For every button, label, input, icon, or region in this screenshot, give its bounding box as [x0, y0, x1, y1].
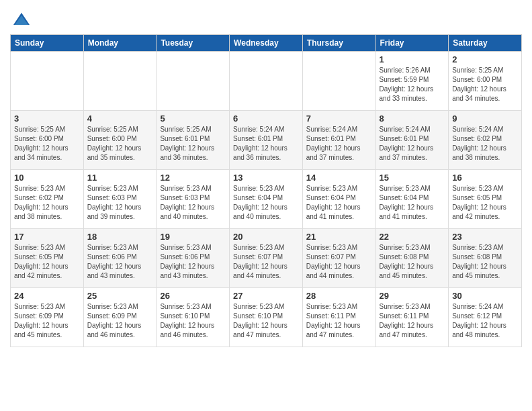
calendar-cell: 11Sunrise: 5:23 AM Sunset: 6:03 PM Dayli…	[83, 170, 157, 229]
day-info: Sunrise: 5:25 AM Sunset: 6:00 PM Dayligh…	[87, 125, 153, 163]
day-info: Sunrise: 5:23 AM Sunset: 6:07 PM Dayligh…	[306, 243, 372, 281]
day-number: 2	[452, 54, 518, 64]
day-info: Sunrise: 5:23 AM Sunset: 6:03 PM Dayligh…	[160, 184, 226, 222]
calendar-cell: 20Sunrise: 5:23 AM Sunset: 6:07 PM Dayli…	[230, 229, 303, 288]
day-info: Sunrise: 5:23 AM Sunset: 6:02 PM Dayligh…	[14, 184, 80, 222]
calendar-cell: 17Sunrise: 5:23 AM Sunset: 6:05 PM Dayli…	[11, 229, 84, 288]
day-info: Sunrise: 5:23 AM Sunset: 6:04 PM Dayligh…	[233, 184, 299, 222]
calendar-cell: 15Sunrise: 5:23 AM Sunset: 6:04 PM Dayli…	[375, 170, 449, 229]
day-number: 17	[14, 232, 80, 242]
weekday-header-sunday: Sunday	[11, 35, 84, 52]
day-info: Sunrise: 5:25 AM Sunset: 6:00 PM Dayligh…	[452, 66, 518, 103]
page-header	[10, 7, 522, 29]
day-info: Sunrise: 5:23 AM Sunset: 6:04 PM Dayligh…	[380, 184, 445, 222]
day-number: 19	[160, 232, 226, 242]
calendar-cell	[230, 52, 303, 111]
day-number: 27	[233, 291, 299, 301]
calendar-week-row: 1Sunrise: 5:26 AM Sunset: 5:59 PM Daylig…	[11, 52, 522, 111]
calendar-cell: 9Sunrise: 5:24 AM Sunset: 6:02 PM Daylig…	[449, 111, 522, 170]
weekday-header-thursday: Thursday	[302, 35, 375, 52]
calendar-header-row: SundayMondayTuesdayWednesdayThursdayFrid…	[11, 35, 522, 52]
day-number: 13	[233, 173, 299, 183]
day-info: Sunrise: 5:24 AM Sunset: 6:02 PM Dayligh…	[452, 125, 518, 163]
calendar-cell	[11, 52, 84, 111]
calendar-cell: 3Sunrise: 5:25 AM Sunset: 6:00 PM Daylig…	[11, 111, 84, 170]
day-info: Sunrise: 5:24 AM Sunset: 6:01 PM Dayligh…	[306, 125, 372, 163]
day-info: Sunrise: 5:23 AM Sunset: 6:09 PM Dayligh…	[87, 302, 153, 340]
day-number: 26	[160, 291, 226, 301]
calendar-cell: 13Sunrise: 5:23 AM Sunset: 6:04 PM Dayli…	[230, 170, 303, 229]
calendar-cell	[83, 52, 157, 111]
day-info: Sunrise: 5:26 AM Sunset: 5:59 PM Dayligh…	[380, 66, 445, 103]
weekday-header-friday: Friday	[375, 35, 449, 52]
logo-icon	[12, 10, 31, 29]
day-info: Sunrise: 5:23 AM Sunset: 6:05 PM Dayligh…	[452, 184, 518, 222]
day-number: 8	[380, 113, 445, 124]
day-number: 10	[14, 173, 80, 183]
day-info: Sunrise: 5:23 AM Sunset: 6:08 PM Dayligh…	[452, 243, 518, 281]
day-number: 14	[306, 173, 372, 183]
calendar-table: SundayMondayTuesdayWednesdayThursdayFrid…	[10, 34, 522, 347]
calendar-cell: 1Sunrise: 5:26 AM Sunset: 5:59 PM Daylig…	[375, 52, 449, 111]
calendar-cell: 7Sunrise: 5:24 AM Sunset: 6:01 PM Daylig…	[302, 111, 375, 170]
calendar-cell: 27Sunrise: 5:23 AM Sunset: 6:10 PM Dayli…	[230, 288, 303, 347]
calendar-cell: 10Sunrise: 5:23 AM Sunset: 6:02 PM Dayli…	[11, 170, 84, 229]
day-info: Sunrise: 5:23 AM Sunset: 6:10 PM Dayligh…	[160, 302, 226, 340]
calendar-cell: 14Sunrise: 5:23 AM Sunset: 6:04 PM Dayli…	[302, 170, 375, 229]
calendar-cell: 4Sunrise: 5:25 AM Sunset: 6:00 PM Daylig…	[83, 111, 157, 170]
day-info: Sunrise: 5:23 AM Sunset: 6:08 PM Dayligh…	[380, 243, 445, 281]
calendar-cell: 21Sunrise: 5:23 AM Sunset: 6:07 PM Dayli…	[302, 229, 375, 288]
calendar-cell: 12Sunrise: 5:23 AM Sunset: 6:03 PM Dayli…	[157, 170, 230, 229]
day-number: 18	[87, 232, 153, 242]
logo-text	[10, 10, 31, 29]
day-info: Sunrise: 5:23 AM Sunset: 6:03 PM Dayligh…	[87, 184, 153, 222]
calendar-cell	[157, 52, 230, 111]
weekday-header-wednesday: Wednesday	[230, 35, 303, 52]
day-number: 25	[87, 291, 153, 301]
day-number: 16	[452, 173, 518, 183]
calendar-week-row: 17Sunrise: 5:23 AM Sunset: 6:05 PM Dayli…	[11, 229, 522, 288]
calendar-cell: 30Sunrise: 5:24 AM Sunset: 6:12 PM Dayli…	[449, 288, 522, 347]
calendar-cell	[302, 52, 375, 111]
day-info: Sunrise: 5:25 AM Sunset: 6:00 PM Dayligh…	[14, 125, 80, 163]
day-number: 5	[160, 113, 226, 124]
calendar-cell: 24Sunrise: 5:23 AM Sunset: 6:09 PM Dayli…	[11, 288, 84, 347]
day-number: 6	[233, 113, 299, 124]
day-info: Sunrise: 5:23 AM Sunset: 6:07 PM Dayligh…	[233, 243, 299, 281]
day-info: Sunrise: 5:25 AM Sunset: 6:01 PM Dayligh…	[160, 125, 226, 163]
day-number: 7	[306, 113, 372, 124]
calendar-cell: 19Sunrise: 5:23 AM Sunset: 6:06 PM Dayli…	[157, 229, 230, 288]
calendar-cell: 2Sunrise: 5:25 AM Sunset: 6:00 PM Daylig…	[449, 52, 522, 111]
calendar-cell: 18Sunrise: 5:23 AM Sunset: 6:06 PM Dayli…	[83, 229, 157, 288]
day-number: 30	[452, 291, 518, 301]
day-number: 29	[380, 291, 445, 301]
day-number: 12	[160, 173, 226, 183]
weekday-header-saturday: Saturday	[449, 35, 522, 52]
day-info: Sunrise: 5:24 AM Sunset: 6:01 PM Dayligh…	[233, 125, 299, 163]
calendar-week-row: 10Sunrise: 5:23 AM Sunset: 6:02 PM Dayli…	[11, 170, 522, 229]
day-number: 1	[380, 54, 445, 64]
day-number: 21	[306, 232, 372, 242]
calendar-cell: 8Sunrise: 5:24 AM Sunset: 6:01 PM Daylig…	[375, 111, 449, 170]
calendar-cell: 25Sunrise: 5:23 AM Sunset: 6:09 PM Dayli…	[83, 288, 157, 347]
day-info: Sunrise: 5:23 AM Sunset: 6:10 PM Dayligh…	[233, 302, 299, 340]
calendar-cell: 16Sunrise: 5:23 AM Sunset: 6:05 PM Dayli…	[449, 170, 522, 229]
day-info: Sunrise: 5:23 AM Sunset: 6:11 PM Dayligh…	[380, 302, 445, 340]
day-number: 23	[452, 232, 518, 242]
calendar-cell: 28Sunrise: 5:23 AM Sunset: 6:11 PM Dayli…	[302, 288, 375, 347]
day-info: Sunrise: 5:23 AM Sunset: 6:09 PM Dayligh…	[14, 302, 80, 340]
day-number: 28	[306, 291, 372, 301]
calendar-cell: 5Sunrise: 5:25 AM Sunset: 6:01 PM Daylig…	[157, 111, 230, 170]
calendar-cell: 29Sunrise: 5:23 AM Sunset: 6:11 PM Dayli…	[375, 288, 449, 347]
day-number: 4	[87, 113, 153, 124]
day-number: 20	[233, 232, 299, 242]
calendar-week-row: 3Sunrise: 5:25 AM Sunset: 6:00 PM Daylig…	[11, 111, 522, 170]
calendar-cell: 6Sunrise: 5:24 AM Sunset: 6:01 PM Daylig…	[230, 111, 303, 170]
day-info: Sunrise: 5:23 AM Sunset: 6:11 PM Dayligh…	[306, 302, 372, 340]
calendar-week-row: 24Sunrise: 5:23 AM Sunset: 6:09 PM Dayli…	[11, 288, 522, 347]
day-info: Sunrise: 5:23 AM Sunset: 6:06 PM Dayligh…	[87, 243, 153, 281]
day-info: Sunrise: 5:24 AM Sunset: 6:12 PM Dayligh…	[452, 302, 518, 340]
day-info: Sunrise: 5:24 AM Sunset: 6:01 PM Dayligh…	[380, 125, 445, 163]
day-number: 3	[14, 113, 80, 124]
calendar-cell: 23Sunrise: 5:23 AM Sunset: 6:08 PM Dayli…	[449, 229, 522, 288]
